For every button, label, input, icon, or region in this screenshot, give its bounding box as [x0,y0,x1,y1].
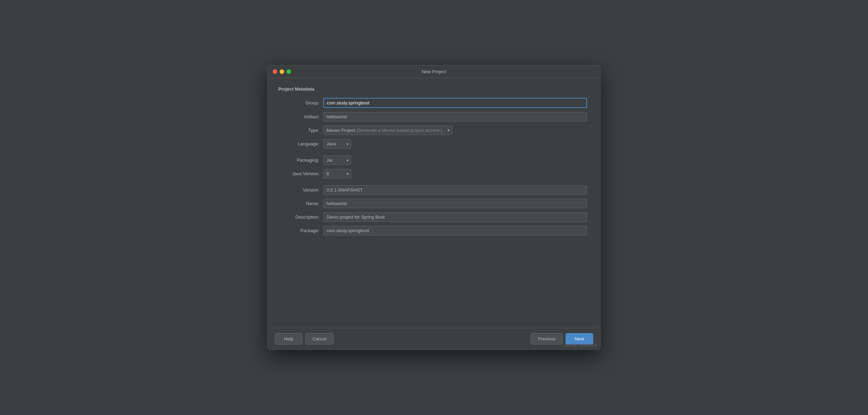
java-version-select[interactable]: 8 11 17 [323,169,351,178]
name-row: Name: [278,199,590,208]
watermark: CSDN @二进制杯莫停 [562,343,597,348]
type-select[interactable]: Maven Project (Generate a Maven based pr… [323,126,452,135]
language-select-wrapper: Java Kotlin Groovy [323,139,351,149]
previous-button[interactable]: Previous [530,333,563,345]
package-input[interactable] [323,226,587,235]
java-version-label: Java Version: [278,171,323,176]
minimize-button[interactable] [280,69,284,74]
description-label: Description: [278,214,323,220]
section-title: Project Metadata [278,86,590,92]
artifact-input[interactable] [323,112,587,121]
packaging-select[interactable]: Jar War [323,155,351,165]
name-label: Name: [278,201,323,206]
group-input[interactable] [323,98,587,108]
artifact-row: Artifact: [278,112,590,121]
group-label: Group: [278,100,323,105]
packaging-label: Packaging: [278,158,323,163]
version-row: Version: [278,185,590,195]
java-version-select-wrapper: 8 11 17 [323,169,351,178]
type-row: Type: Maven Project (Generate a Maven ba… [278,126,590,135]
artifact-label: Artifact: [278,114,323,119]
package-row: Package: [278,226,590,235]
version-label: Version: [278,187,323,193]
language-label: Language: [278,141,323,146]
description-input[interactable] [323,212,587,222]
help-button[interactable]: Help [275,333,303,345]
package-label: Package: [278,228,323,233]
type-name: Maven Project [326,128,355,133]
form-content: Project Metadata Group: Artifact: Type: … [268,78,600,328]
java-version-row: Java Version: 8 11 17 [278,169,590,178]
type-label: Type: [278,128,323,133]
name-input[interactable] [323,199,587,208]
type-select-wrapper[interactable]: Maven Project (Generate a Maven based pr… [323,126,452,135]
footer: Help Cancel Previous Next [268,328,600,349]
traffic-lights [273,69,291,74]
new-project-dialog: New Project Project Metadata Group: Arti… [267,65,601,350]
dialog-title: New Project [422,69,446,74]
version-input[interactable] [323,185,587,195]
footer-left: Help Cancel [275,333,334,345]
cancel-button[interactable]: Cancel [305,333,334,345]
title-bar: New Project [268,66,600,78]
language-select[interactable]: Java Kotlin Groovy [323,139,351,149]
maximize-button[interactable] [287,69,291,74]
type-desc: (Generate a Maven based project archive.… [357,128,442,133]
packaging-row: Packaging: Jar War [278,155,590,165]
group-row: Group: [278,98,590,108]
language-row: Language: Java Kotlin Groovy [278,139,590,149]
chevron-down-icon: ▾ [448,128,450,133]
close-button[interactable] [273,69,277,74]
description-row: Description: [278,212,590,222]
packaging-select-wrapper: Jar War [323,155,351,165]
